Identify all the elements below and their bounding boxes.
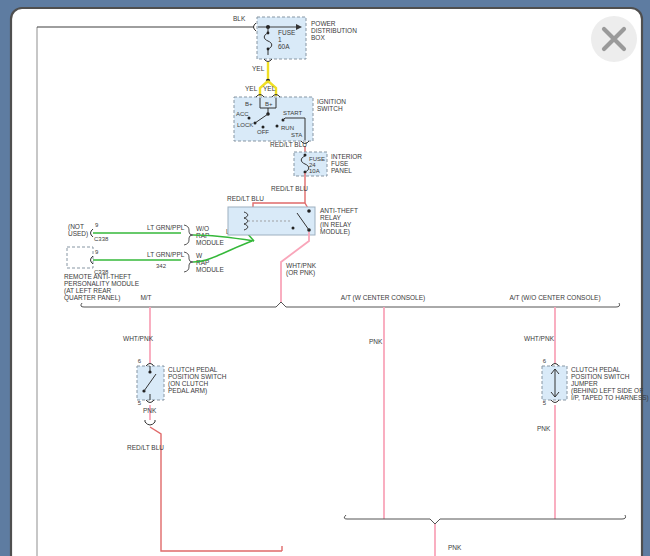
ltgrnppl-label-bottom: LT GRN/PPL bbox=[147, 251, 185, 258]
yel-branch-right-label: YEL bbox=[263, 85, 276, 92]
relay-label-2: RELAY bbox=[320, 214, 341, 221]
circuit-342: 342 bbox=[156, 263, 167, 269]
pdb-label-1: POWER bbox=[311, 20, 336, 27]
pnk-combined-label: PNK bbox=[448, 544, 462, 551]
acc-label: ACC bbox=[236, 111, 249, 117]
pnk-atwo-label: PNK bbox=[537, 425, 551, 432]
jumper-label-1: CLUTCH PEDAL bbox=[571, 366, 621, 373]
relay-box bbox=[228, 207, 315, 235]
relay-contact-dot bbox=[292, 227, 295, 230]
ltgrnppl-label-top: LT GRN/PPL bbox=[147, 224, 185, 231]
switch-contact-dot bbox=[148, 370, 151, 373]
remote-module-box bbox=[67, 247, 93, 268]
pdb-label-2: DISTRIBUTION bbox=[311, 27, 357, 34]
wiring-diagram-viewer: BLK FUSE 1 60A POWER DISTRIBUTION BOX YE… bbox=[0, 0, 650, 556]
relay-label-4: MODULE) bbox=[320, 228, 350, 236]
run-label: RUN bbox=[281, 125, 294, 131]
relay-label-1: ANTI-THEFT bbox=[320, 207, 358, 214]
c338-top: C338 bbox=[94, 236, 109, 242]
yel-branch-left-label: YEL bbox=[245, 85, 258, 92]
b-plus-1-label: B+ bbox=[245, 101, 253, 107]
relay-contact-dot bbox=[307, 209, 311, 213]
b-plus-2-label: B+ bbox=[265, 101, 273, 107]
fuse1-number: 1 bbox=[278, 36, 282, 43]
ifp-label-2: FUSE bbox=[331, 160, 349, 167]
start-label: START bbox=[283, 110, 302, 116]
whtpnk-label-2: (OR PNK) bbox=[286, 269, 315, 277]
clutch-switch-label-4: PEDAL ARM) bbox=[168, 387, 207, 395]
remote-module-label-1: REMOTE ANTI-THEFT bbox=[64, 273, 131, 280]
whtpnk-mt-label: WHT/PNK bbox=[123, 335, 154, 342]
mt-branch-label: M/T bbox=[140, 294, 151, 301]
ifp-label-3: PANEL bbox=[331, 167, 352, 174]
ignition-label-2: SWITCH bbox=[317, 105, 343, 112]
jumper-label-3: JUMPER bbox=[571, 380, 598, 387]
at-w-branch-label: A/T (W CENTER CONSOLE) bbox=[341, 294, 425, 302]
pnk-mt-label: PNK bbox=[143, 407, 157, 414]
whtpnk-atwo-label: WHT/PNK bbox=[524, 335, 555, 342]
wo-rap-3: MODULE bbox=[196, 239, 224, 246]
redltblu-mt-label: RED/LT BLU bbox=[127, 444, 164, 451]
not-used-label-2: USED) bbox=[68, 230, 88, 238]
yel-wire-label: YEL bbox=[252, 65, 265, 72]
run-contact-dot bbox=[276, 125, 279, 128]
remote-module-label-2: PERSONALITY MODULE bbox=[64, 280, 140, 287]
fuse1-name: FUSE bbox=[278, 29, 296, 36]
fuse-terminal-dot bbox=[267, 32, 270, 35]
sta-label: STA bbox=[291, 132, 302, 138]
w-rap-3: MODULE bbox=[196, 266, 224, 273]
jumper-label-5: I/P, TAPED TO HARNESS) bbox=[571, 394, 649, 402]
whtpnk-label-1: WHT/PNK bbox=[286, 262, 317, 269]
w-rap-1: W bbox=[196, 252, 203, 259]
fuse-terminal-dot bbox=[267, 48, 270, 51]
redltblu-label-2: RED/LT BLU bbox=[271, 185, 308, 192]
ignition-label-1: IGNITION bbox=[317, 98, 346, 105]
jumper-label-2: POSITION SWITCH bbox=[571, 373, 630, 380]
redltblu-label-3: RED/LT BLU bbox=[227, 195, 264, 202]
redltblu-label-1: RED/LT BLU bbox=[270, 141, 307, 148]
clutch-switch-label-1: CLUTCH PEDAL bbox=[168, 366, 218, 373]
remote-module-label-4: QUARTER PANEL) bbox=[64, 294, 120, 302]
fuse1-rating: 60A bbox=[278, 43, 290, 50]
pdb-label-3: BOX bbox=[311, 34, 325, 41]
lock-contact-dot bbox=[254, 122, 257, 125]
wo-rap-1: W/O bbox=[196, 225, 209, 232]
clutch-switch-label-2: POSITION SWITCH bbox=[168, 373, 227, 380]
blk-wire-label: BLK bbox=[233, 15, 246, 22]
close-button[interactable] bbox=[591, 16, 637, 62]
off-label: OFF bbox=[257, 129, 269, 135]
ifp-label-1: INTERIOR bbox=[331, 153, 362, 160]
lock-label: LOCK bbox=[237, 122, 253, 128]
fuse24-rating: 10A bbox=[309, 168, 320, 174]
at-wo-branch-label: A/T (W/O CENTER CONSOLE) bbox=[509, 294, 600, 302]
pnk-atw-label: PNK bbox=[369, 338, 383, 345]
